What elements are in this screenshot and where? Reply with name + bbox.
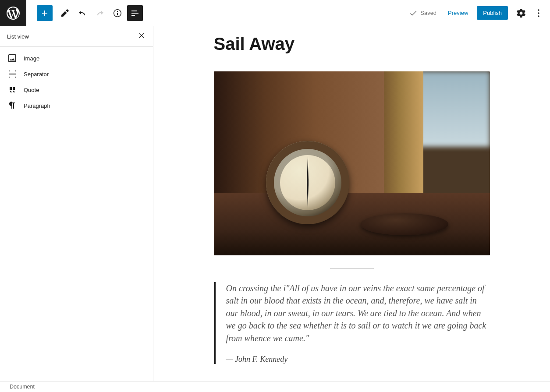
svg-point-2 [538, 15, 539, 17]
main-area: List view Image Separator Quote Paragrap… [0, 26, 550, 381]
save-status: Saved [409, 9, 436, 18]
svg-point-0 [538, 9, 539, 11]
checkmark-icon [409, 9, 418, 18]
info-icon [112, 8, 123, 18]
close-icon [137, 31, 146, 40]
list-item-paragraph[interactable]: Paragraph [0, 98, 153, 113]
add-block-button[interactable] [37, 5, 53, 21]
edit-mode-button[interactable] [57, 5, 73, 21]
quote-icon [7, 85, 18, 95]
undo-button[interactable] [75, 5, 90, 21]
plus-icon [39, 8, 50, 18]
separator-icon [7, 69, 18, 79]
undo-icon [77, 8, 88, 18]
sidebar-title: List view [7, 33, 29, 40]
separator-line [330, 268, 374, 269]
paragraph-icon [7, 100, 18, 111]
settings-button[interactable] [513, 5, 529, 21]
list-item-separator[interactable]: Separator [0, 66, 153, 82]
wordpress-logo-button[interactable] [0, 0, 26, 26]
more-options-button[interactable] [531, 5, 546, 21]
toolbar-left [0, 0, 144, 26]
redo-button[interactable] [92, 5, 108, 21]
list-item-label: Paragraph [24, 102, 50, 109]
quote-text[interactable]: On crossing the i"All of us have in our … [226, 282, 490, 344]
list-item-label: Separator [24, 71, 49, 78]
editor-footer: Document [0, 381, 550, 392]
gear-icon [516, 8, 526, 18]
toolbar-right: Saved Preview Publish [409, 5, 550, 21]
block-list: Image Separator Quote Paragraph [0, 47, 153, 117]
publish-button[interactable]: Publish [477, 6, 508, 20]
pencil-icon [60, 8, 70, 18]
wordpress-icon [5, 5, 21, 21]
breadcrumb[interactable]: Document [10, 384, 35, 390]
top-toolbar: Saved Preview Publish [0, 0, 550, 26]
more-vertical-icon [533, 8, 544, 18]
editor-canvas[interactable]: Sail Away On crossing the i"All of us ha… [153, 26, 550, 381]
list-view-button[interactable] [127, 5, 143, 21]
compass-image-placeholder [214, 71, 490, 255]
info-button[interactable] [110, 5, 125, 21]
separator-block[interactable] [214, 268, 490, 269]
redo-icon [95, 8, 105, 18]
list-item-label: Image [24, 55, 39, 62]
list-view-sidebar: List view Image Separator Quote Paragrap… [0, 26, 153, 381]
quote-block[interactable]: On crossing the i"All of us have in our … [214, 282, 490, 364]
saved-label: Saved [420, 10, 436, 16]
list-item-label: Quote [24, 87, 39, 93]
image-icon [7, 53, 18, 64]
quote-citation[interactable]: John F. Kennedy [226, 355, 288, 364]
list-item-image[interactable]: Image [0, 50, 153, 66]
preview-button[interactable]: Preview [443, 7, 473, 19]
image-block[interactable] [214, 71, 490, 255]
list-view-icon [130, 8, 140, 18]
sidebar-header: List view [0, 26, 153, 47]
list-item-quote[interactable]: Quote [0, 82, 153, 98]
post-title[interactable]: Sail Away [214, 34, 490, 54]
close-sidebar-button[interactable] [137, 31, 146, 42]
svg-point-1 [538, 12, 539, 14]
